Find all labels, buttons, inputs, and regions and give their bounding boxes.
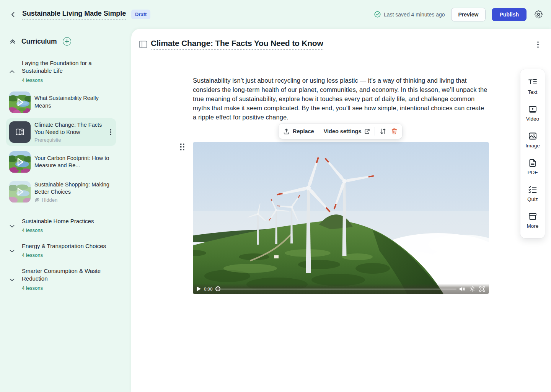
chevron-down-icon (9, 248, 15, 254)
lesson-editor-panel: Climate Change: The Facts You Need to Kn… (131, 29, 551, 392)
external-link-icon (364, 129, 370, 134)
check-circle-icon (374, 11, 381, 18)
lesson-item[interactable]: What Sustainability Really Means (6, 88, 116, 116)
video-settings-button[interactable]: Video settings (324, 128, 370, 134)
settings-cog-icon (469, 286, 475, 292)
archive-box-icon (528, 212, 537, 221)
lesson-title: What Sustainability Really Means (34, 95, 113, 109)
play-icon (197, 286, 201, 291)
insert-quiz-button[interactable]: Quiz (527, 186, 538, 202)
video-control-bar: 0:00 (193, 284, 489, 294)
lesson-kebab-menu[interactable] (108, 127, 113, 137)
tool-label: More (527, 223, 539, 229)
chevron-down-icon (9, 277, 15, 283)
video-settings-gear-button[interactable] (469, 286, 475, 292)
more-blocks-button[interactable]: More (527, 212, 539, 229)
insert-pdf-button[interactable]: PDF (528, 159, 538, 175)
gear-icon (535, 10, 543, 18)
delete-block-button[interactable] (391, 128, 398, 135)
curriculum-section: Sustainable Home Practices 4 lessons (9, 217, 125, 233)
section-title[interactable]: Smarter Consumption & Waste Reduction (22, 267, 108, 283)
video-frame-wind-turbines (193, 142, 489, 294)
tool-label: Image (525, 143, 540, 149)
video-block-toolbar: Replace Video settings (279, 124, 402, 139)
section-lesson-count: 4 lessons (22, 77, 125, 83)
open-book-icon (15, 127, 25, 137)
kebab-icon (110, 129, 111, 135)
curriculum-section: Laying the Foundation for a Sustainable … (9, 59, 125, 83)
add-section-button[interactable] (63, 37, 71, 46)
pdf-block-icon (528, 159, 537, 167)
toolbar-divider (319, 127, 319, 136)
volume-icon (460, 286, 466, 292)
lesson-meta-prerequisite: Prerequisite (34, 137, 104, 143)
lesson-item-selected[interactable]: Climate Change: The Facts You Need to Kn… (6, 118, 116, 146)
video-timestamp: 0:00 (204, 287, 212, 291)
block-drag-handle[interactable] (180, 144, 184, 150)
play-button[interactable] (197, 286, 201, 291)
section-title[interactable]: Energy & Transportation Choices (22, 242, 125, 250)
section-expand-button[interactable] (9, 275, 16, 283)
video-thumbnail (9, 151, 31, 173)
top-header: Sustainable Living Made Simple Draft Las… (0, 0, 551, 29)
video-progress-bar[interactable] (215, 286, 456, 292)
lesson-item[interactable]: Your Carbon Footprint: How to Measure an… (6, 148, 116, 176)
quiz-checklist-icon (528, 186, 537, 194)
chevron-down-icon (9, 223, 15, 229)
section-expand-button[interactable] (9, 247, 16, 254)
lesson-options-menu[interactable] (536, 40, 540, 49)
toolbar-divider (375, 127, 375, 136)
reading-thumbnail (9, 121, 31, 143)
course-title[interactable]: Sustainable Living Made Simple (22, 10, 126, 20)
video-thumbnail (9, 181, 31, 203)
curriculum-section: Energy & Transportation Choices 4 lesson… (9, 242, 125, 258)
section-lesson-count: 4 lessons (22, 285, 125, 291)
preview-button[interactable]: Preview (451, 8, 486, 21)
fullscreen-button[interactable] (479, 286, 485, 292)
tool-label: Text (528, 89, 538, 95)
section-title[interactable]: Laying the Foundation for a Sustainable … (22, 59, 104, 75)
last-saved-status: Last saved 4 minutes ago (374, 11, 445, 18)
status-badge: Draft (131, 10, 150, 19)
section-collapse-button[interactable] (9, 67, 16, 75)
curriculum-heading: Curriculum (21, 38, 57, 46)
video-block-icon (528, 105, 537, 114)
section-lesson-count: 4 lessons (22, 227, 125, 233)
section-title[interactable]: Sustainable Home Practices (22, 217, 125, 225)
fullscreen-icon (479, 286, 485, 292)
video-thumbnail (9, 91, 31, 113)
collapse-all-button[interactable] (9, 38, 16, 45)
chevron-up-icon (9, 69, 15, 75)
publish-button[interactable]: Publish (492, 8, 527, 21)
insert-block-toolbar: Text Video Image PDF (520, 69, 545, 238)
lesson-title: Sustainable Shopping: Making Better Choi… (34, 181, 113, 196)
curriculum-sidebar: Curriculum Laying the Foundation for a S… (0, 29, 131, 392)
insert-video-button[interactable]: Video (526, 105, 539, 122)
volume-button[interactable] (460, 286, 466, 292)
tool-label: PDF (528, 170, 538, 175)
last-saved-text: Last saved 4 minutes ago (384, 11, 445, 18)
double-chevron-up-icon (9, 38, 16, 45)
tool-label: Video (526, 116, 539, 122)
text-block-icon (528, 78, 537, 87)
plus-icon (65, 39, 69, 44)
scrubber-knob[interactable] (215, 286, 220, 291)
video-player[interactable]: 0:00 (193, 142, 489, 294)
sidebar-toggle-button[interactable] (138, 39, 148, 49)
drag-dots-icon (180, 144, 184, 150)
lesson-title: Climate Change: The Facts You Need to Kn… (34, 121, 104, 136)
upload-icon (283, 128, 290, 135)
tool-label: Quiz (527, 196, 538, 202)
insert-text-button[interactable]: Text (528, 78, 538, 95)
lesson-page-title[interactable]: Climate Change: The Facts You Need to Kn… (151, 39, 323, 50)
lesson-item-hidden[interactable]: Sustainable Shopping: Making Better Choi… (6, 178, 116, 206)
lesson-body-text[interactable]: Sustainability isn’t just about recyclin… (193, 76, 489, 122)
panel-layout-icon (139, 41, 147, 48)
trash-icon (391, 128, 398, 135)
replace-button[interactable]: Replace (283, 128, 314, 135)
settings-button[interactable] (533, 9, 544, 20)
move-block-button[interactable] (380, 128, 386, 135)
insert-image-button[interactable]: Image (525, 132, 540, 149)
back-button[interactable] (8, 9, 18, 20)
section-expand-button[interactable] (9, 222, 16, 229)
